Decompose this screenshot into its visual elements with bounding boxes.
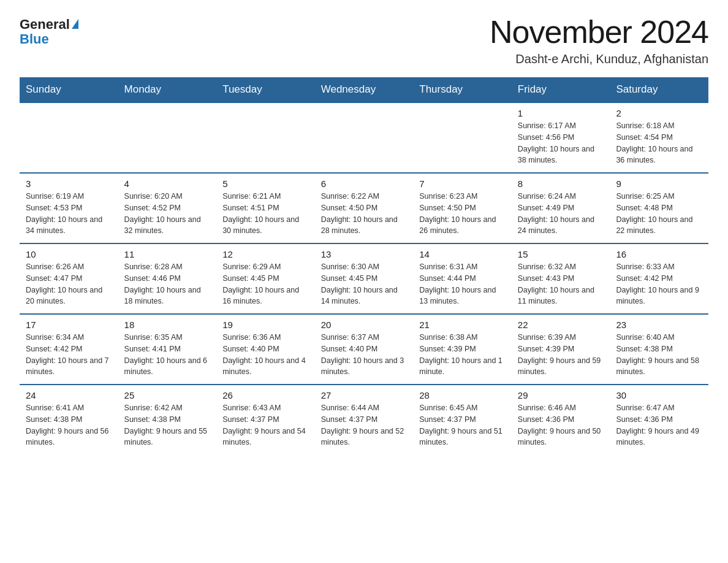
day-number: 29 <box>518 390 604 400</box>
day-info: Sunrise: 6:25 AM Sunset: 4:48 PM Dayligh… <box>616 191 702 237</box>
weekday-header-monday: Monday <box>118 77 217 102</box>
day-info: Sunrise: 6:31 AM Sunset: 4:44 PM Dayligh… <box>419 261 506 307</box>
logo-triangle-icon <box>72 19 78 29</box>
day-number: 17 <box>26 320 112 330</box>
day-info: Sunrise: 6:19 AM Sunset: 4:53 PM Dayligh… <box>26 191 112 237</box>
day-number: 1 <box>518 108 604 118</box>
day-number: 2 <box>616 108 702 118</box>
calendar-cell: 14Sunrise: 6:31 AM Sunset: 4:44 PM Dayli… <box>413 243 512 314</box>
day-number: 23 <box>616 320 702 330</box>
weekday-header-wednesday: Wednesday <box>315 77 414 102</box>
calendar-cell: 19Sunrise: 6:36 AM Sunset: 4:40 PM Dayli… <box>216 314 315 385</box>
calendar-cell: 17Sunrise: 6:34 AM Sunset: 4:42 PM Dayli… <box>20 314 118 385</box>
day-info: Sunrise: 6:20 AM Sunset: 4:52 PM Dayligh… <box>124 191 211 237</box>
calendar-cell: 22Sunrise: 6:39 AM Sunset: 4:39 PM Dayli… <box>512 314 610 385</box>
logo-blue-text: Blue <box>20 32 49 47</box>
day-number: 25 <box>124 390 211 400</box>
calendar-cell: 23Sunrise: 6:40 AM Sunset: 4:38 PM Dayli… <box>610 314 708 385</box>
day-number: 24 <box>26 390 112 400</box>
calendar-cell: 26Sunrise: 6:43 AM Sunset: 4:37 PM Dayli… <box>216 385 315 454</box>
day-info: Sunrise: 6:42 AM Sunset: 4:38 PM Dayligh… <box>124 402 211 448</box>
calendar-cell: 10Sunrise: 6:26 AM Sunset: 4:47 PM Dayli… <box>20 243 118 314</box>
day-info: Sunrise: 6:39 AM Sunset: 4:39 PM Dayligh… <box>518 332 604 378</box>
weekday-header-sunday: Sunday <box>20 77 118 102</box>
header: General Blue November 2024 Dasht-e Archi… <box>20 15 708 66</box>
calendar-cell: 27Sunrise: 6:44 AM Sunset: 4:37 PM Dayli… <box>315 385 414 454</box>
weekday-header-saturday: Saturday <box>610 77 708 102</box>
day-info: Sunrise: 6:34 AM Sunset: 4:42 PM Dayligh… <box>26 332 112 378</box>
calendar-cell: 15Sunrise: 6:32 AM Sunset: 4:43 PM Dayli… <box>512 243 610 314</box>
calendar-cell: 4Sunrise: 6:20 AM Sunset: 4:52 PM Daylig… <box>118 173 217 243</box>
day-info: Sunrise: 6:40 AM Sunset: 4:38 PM Dayligh… <box>616 332 702 378</box>
logo-general-text: General <box>20 17 70 32</box>
day-number: 12 <box>222 249 309 259</box>
day-info: Sunrise: 6:44 AM Sunset: 4:37 PM Dayligh… <box>321 402 408 448</box>
calendar-cell: 9Sunrise: 6:25 AM Sunset: 4:48 PM Daylig… <box>610 173 708 243</box>
day-info: Sunrise: 6:22 AM Sunset: 4:50 PM Dayligh… <box>321 191 408 237</box>
day-number: 20 <box>321 320 408 330</box>
day-info: Sunrise: 6:37 AM Sunset: 4:40 PM Dayligh… <box>321 332 408 378</box>
day-info: Sunrise: 6:45 AM Sunset: 4:37 PM Dayligh… <box>419 402 506 448</box>
weekday-header-tuesday: Tuesday <box>216 77 315 102</box>
weekday-header-row: SundayMondayTuesdayWednesdayThursdayFrid… <box>20 77 708 102</box>
day-number: 14 <box>419 249 506 259</box>
calendar-cell <box>315 102 414 173</box>
day-info: Sunrise: 6:28 AM Sunset: 4:46 PM Dayligh… <box>124 261 211 307</box>
calendar-cell <box>118 102 217 173</box>
calendar-cell: 5Sunrise: 6:21 AM Sunset: 4:51 PM Daylig… <box>216 173 315 243</box>
calendar-cell: 8Sunrise: 6:24 AM Sunset: 4:49 PM Daylig… <box>512 173 610 243</box>
calendar-week-row: 10Sunrise: 6:26 AM Sunset: 4:47 PM Dayli… <box>20 243 708 314</box>
day-number: 27 <box>321 390 408 400</box>
day-info: Sunrise: 6:30 AM Sunset: 4:45 PM Dayligh… <box>321 261 408 307</box>
day-number: 30 <box>616 390 702 400</box>
day-info: Sunrise: 6:17 AM Sunset: 4:56 PM Dayligh… <box>518 120 604 166</box>
day-info: Sunrise: 6:41 AM Sunset: 4:38 PM Dayligh… <box>26 402 112 448</box>
calendar-cell: 30Sunrise: 6:47 AM Sunset: 4:36 PM Dayli… <box>610 385 708 454</box>
day-info: Sunrise: 6:29 AM Sunset: 4:45 PM Dayligh… <box>222 261 309 307</box>
day-number: 21 <box>419 320 506 330</box>
calendar-cell: 28Sunrise: 6:45 AM Sunset: 4:37 PM Dayli… <box>413 385 512 454</box>
calendar-cell: 20Sunrise: 6:37 AM Sunset: 4:40 PM Dayli… <box>315 314 414 385</box>
calendar-cell: 12Sunrise: 6:29 AM Sunset: 4:45 PM Dayli… <box>216 243 315 314</box>
calendar-title: November 2024 <box>490 15 708 50</box>
day-number: 15 <box>518 249 604 259</box>
day-number: 18 <box>124 320 211 330</box>
calendar-cell: 3Sunrise: 6:19 AM Sunset: 4:53 PM Daylig… <box>20 173 118 243</box>
day-info: Sunrise: 6:38 AM Sunset: 4:39 PM Dayligh… <box>419 332 506 378</box>
day-info: Sunrise: 6:33 AM Sunset: 4:42 PM Dayligh… <box>616 261 702 307</box>
day-info: Sunrise: 6:18 AM Sunset: 4:54 PM Dayligh… <box>616 120 702 166</box>
day-number: 13 <box>321 249 408 259</box>
calendar-cell: 2Sunrise: 6:18 AM Sunset: 4:54 PM Daylig… <box>610 102 708 173</box>
calendar-cell: 21Sunrise: 6:38 AM Sunset: 4:39 PM Dayli… <box>413 314 512 385</box>
calendar-subtitle: Dasht-e Archi, Kunduz, Afghanistan <box>490 52 708 66</box>
calendar-cell: 24Sunrise: 6:41 AM Sunset: 4:38 PM Dayli… <box>20 385 118 454</box>
day-info: Sunrise: 6:24 AM Sunset: 4:49 PM Dayligh… <box>518 191 604 237</box>
day-info: Sunrise: 6:36 AM Sunset: 4:40 PM Dayligh… <box>222 332 309 378</box>
title-area: November 2024 Dasht-e Archi, Kunduz, Afg… <box>490 15 708 66</box>
day-number: 8 <box>518 178 604 189</box>
day-number: 11 <box>124 249 211 259</box>
weekday-header-thursday: Thursday <box>413 77 512 102</box>
day-number: 19 <box>222 320 309 330</box>
day-number: 7 <box>419 178 506 189</box>
calendar-week-row: 24Sunrise: 6:41 AM Sunset: 4:38 PM Dayli… <box>20 385 708 454</box>
day-info: Sunrise: 6:32 AM Sunset: 4:43 PM Dayligh… <box>518 261 604 307</box>
calendar-cell <box>413 102 512 173</box>
day-number: 9 <box>616 178 702 189</box>
day-number: 5 <box>222 178 309 189</box>
calendar-cell: 18Sunrise: 6:35 AM Sunset: 4:41 PM Dayli… <box>118 314 217 385</box>
calendar-week-row: 3Sunrise: 6:19 AM Sunset: 4:53 PM Daylig… <box>20 173 708 243</box>
calendar-cell: 25Sunrise: 6:42 AM Sunset: 4:38 PM Dayli… <box>118 385 217 454</box>
calendar-cell: 11Sunrise: 6:28 AM Sunset: 4:46 PM Dayli… <box>118 243 217 314</box>
day-number: 28 <box>419 390 506 400</box>
calendar-cell: 6Sunrise: 6:22 AM Sunset: 4:50 PM Daylig… <box>315 173 414 243</box>
calendar-cell <box>216 102 315 173</box>
calendar-week-row: 17Sunrise: 6:34 AM Sunset: 4:42 PM Dayli… <box>20 314 708 385</box>
calendar-cell: 1Sunrise: 6:17 AM Sunset: 4:56 PM Daylig… <box>512 102 610 173</box>
calendar-cell: 13Sunrise: 6:30 AM Sunset: 4:45 PM Dayli… <box>315 243 414 314</box>
day-info: Sunrise: 6:21 AM Sunset: 4:51 PM Dayligh… <box>222 191 309 237</box>
calendar-cell: 29Sunrise: 6:46 AM Sunset: 4:36 PM Dayli… <box>512 385 610 454</box>
logo: General Blue <box>20 17 78 47</box>
calendar-cell: 16Sunrise: 6:33 AM Sunset: 4:42 PM Dayli… <box>610 243 708 314</box>
day-number: 16 <box>616 249 702 259</box>
